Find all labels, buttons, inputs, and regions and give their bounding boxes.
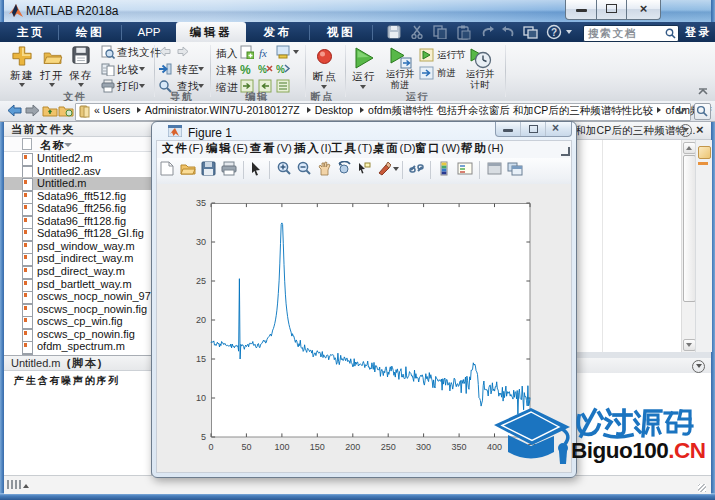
svg-text:20: 20 <box>196 315 206 325</box>
svg-text:30: 30 <box>196 237 206 247</box>
svg-text:50: 50 <box>241 442 251 452</box>
svg-text:350: 350 <box>452 442 467 452</box>
svg-text:100: 100 <box>274 442 289 452</box>
svg-text:Biguo100.CN: Biguo100.CN <box>571 438 706 463</box>
svg-text:5: 5 <box>201 432 206 442</box>
svg-text:25: 25 <box>196 276 206 286</box>
svg-text:0: 0 <box>208 442 213 452</box>
svg-text:300: 300 <box>416 442 431 452</box>
svg-text:%: % <box>240 63 251 76</box>
svg-text:250: 250 <box>381 442 396 452</box>
svg-text:150: 150 <box>310 442 325 452</box>
svg-text:10: 10 <box>196 393 206 403</box>
svg-text:200: 200 <box>345 442 360 452</box>
svg-text:fx: fx <box>259 47 267 59</box>
svg-text:15: 15 <box>196 354 206 364</box>
svg-text:%: % <box>276 64 285 75</box>
svg-text:%: % <box>258 64 267 75</box>
svg-text:?: ? <box>551 27 557 38</box>
svg-text:35: 35 <box>196 198 206 208</box>
